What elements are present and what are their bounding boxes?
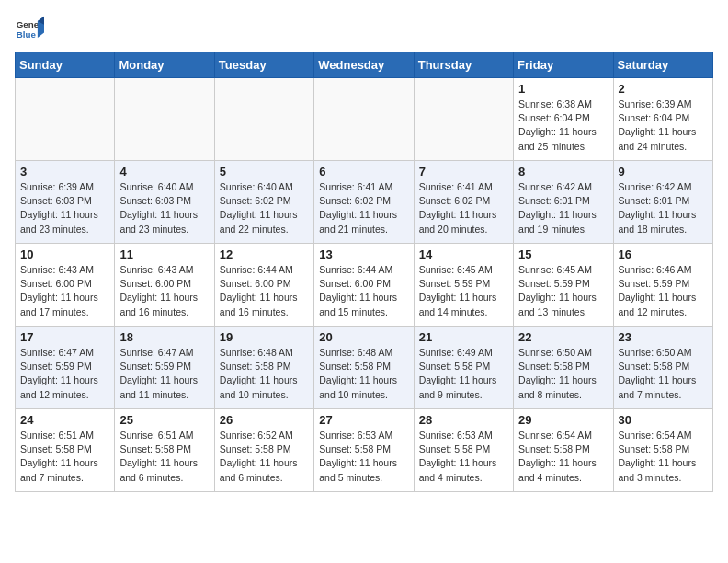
weekday-header-wednesday: Wednesday — [314, 52, 414, 78]
calendar-week-row: 17Sunrise: 6:47 AMSunset: 5:59 PMDayligh… — [16, 327, 713, 409]
calendar-cell: 19Sunrise: 6:48 AMSunset: 5:58 PMDayligh… — [214, 327, 313, 409]
calendar-cell — [414, 78, 513, 161]
day-info: Sunrise: 6:51 AMSunset: 5:58 PMDaylight:… — [20, 429, 109, 485]
calendar-cell: 15Sunrise: 6:45 AMSunset: 5:59 PMDayligh… — [514, 244, 613, 327]
day-number: 3 — [20, 165, 109, 178]
page-header: General Blue — [15, 15, 713, 44]
calendar-cell: 30Sunrise: 6:54 AMSunset: 5:58 PMDayligh… — [613, 409, 712, 492]
day-number: 15 — [518, 247, 608, 261]
day-info: Sunrise: 6:46 AMSunset: 5:59 PMDaylight:… — [619, 263, 708, 319]
day-number: 9 — [619, 165, 708, 178]
calendar-cell: 14Sunrise: 6:45 AMSunset: 5:59 PMDayligh… — [414, 244, 513, 327]
day-number: 1 — [518, 82, 608, 96]
weekday-header-tuesday: Tuesday — [214, 52, 313, 78]
day-number: 11 — [119, 247, 209, 261]
day-info: Sunrise: 6:40 AMSunset: 6:02 PMDaylight:… — [220, 180, 309, 236]
calendar-cell: 4Sunrise: 6:40 AMSunset: 6:03 PMDaylight… — [115, 161, 214, 244]
calendar-cell — [115, 78, 214, 161]
day-number: 26 — [220, 413, 309, 427]
calendar-cell: 27Sunrise: 6:53 AMSunset: 5:58 PMDayligh… — [314, 409, 414, 492]
day-info: Sunrise: 6:40 AMSunset: 6:03 PMDaylight:… — [119, 180, 209, 236]
calendar-cell: 7Sunrise: 6:41 AMSunset: 6:02 PMDaylight… — [414, 161, 513, 244]
calendar-table: SundayMondayTuesdayWednesdayThursdayFrid… — [15, 52, 713, 492]
calendar-cell — [16, 78, 115, 161]
day-number: 20 — [319, 330, 408, 344]
day-number: 23 — [619, 330, 708, 344]
calendar-cell: 17Sunrise: 6:47 AMSunset: 5:59 PMDayligh… — [16, 327, 115, 409]
day-number: 4 — [119, 165, 209, 178]
day-info: Sunrise: 6:41 AMSunset: 6:02 PMDaylight:… — [419, 180, 508, 236]
day-number: 5 — [220, 165, 309, 178]
weekday-header-saturday: Saturday — [613, 52, 712, 78]
calendar-cell: 1Sunrise: 6:38 AMSunset: 6:04 PMDaylight… — [514, 78, 613, 161]
calendar-cell: 10Sunrise: 6:43 AMSunset: 6:00 PMDayligh… — [16, 244, 115, 327]
logo-icon: General Blue — [15, 15, 44, 44]
day-number: 16 — [619, 247, 708, 261]
day-info: Sunrise: 6:49 AMSunset: 5:58 PMDaylight:… — [419, 346, 508, 402]
logo: General Blue — [15, 15, 48, 44]
calendar-cell: 2Sunrise: 6:39 AMSunset: 6:04 PMDaylight… — [613, 78, 712, 161]
day-number: 2 — [619, 82, 708, 96]
calendar-week-row: 3Sunrise: 6:39 AMSunset: 6:03 PMDaylight… — [16, 161, 713, 244]
day-number: 8 — [518, 165, 608, 178]
day-number: 18 — [119, 330, 209, 344]
day-number: 10 — [20, 247, 109, 261]
day-info: Sunrise: 6:48 AMSunset: 5:58 PMDaylight:… — [319, 346, 408, 402]
day-info: Sunrise: 6:54 AMSunset: 5:58 PMDaylight:… — [619, 429, 708, 485]
day-info: Sunrise: 6:54 AMSunset: 5:58 PMDaylight:… — [518, 429, 608, 485]
calendar-cell: 16Sunrise: 6:46 AMSunset: 5:59 PMDayligh… — [613, 244, 712, 327]
day-number: 19 — [220, 330, 309, 344]
day-number: 22 — [518, 330, 608, 344]
calendar-cell: 3Sunrise: 6:39 AMSunset: 6:03 PMDaylight… — [16, 161, 115, 244]
calendar-cell: 18Sunrise: 6:47 AMSunset: 5:59 PMDayligh… — [115, 327, 214, 409]
day-info: Sunrise: 6:38 AMSunset: 6:04 PMDaylight:… — [518, 98, 608, 154]
calendar-cell: 8Sunrise: 6:42 AMSunset: 6:01 PMDaylight… — [514, 161, 613, 244]
calendar-cell: 25Sunrise: 6:51 AMSunset: 5:58 PMDayligh… — [115, 409, 214, 492]
day-number: 27 — [319, 413, 408, 427]
calendar-cell: 11Sunrise: 6:43 AMSunset: 6:00 PMDayligh… — [115, 244, 214, 327]
day-info: Sunrise: 6:47 AMSunset: 5:59 PMDaylight:… — [20, 346, 109, 402]
calendar-cell: 12Sunrise: 6:44 AMSunset: 6:00 PMDayligh… — [214, 244, 313, 327]
day-number: 28 — [419, 413, 508, 427]
day-info: Sunrise: 6:42 AMSunset: 6:01 PMDaylight:… — [518, 180, 608, 236]
calendar-cell: 21Sunrise: 6:49 AMSunset: 5:58 PMDayligh… — [414, 327, 513, 409]
day-number: 30 — [619, 413, 708, 427]
day-info: Sunrise: 6:42 AMSunset: 6:01 PMDaylight:… — [619, 180, 708, 236]
day-info: Sunrise: 6:43 AMSunset: 6:00 PMDaylight:… — [119, 263, 209, 319]
weekday-header-friday: Friday — [514, 52, 613, 78]
day-info: Sunrise: 6:45 AMSunset: 5:59 PMDaylight:… — [419, 263, 508, 319]
calendar-week-row: 1Sunrise: 6:38 AMSunset: 6:04 PMDaylight… — [16, 78, 713, 161]
calendar-cell: 6Sunrise: 6:41 AMSunset: 6:02 PMDaylight… — [314, 161, 414, 244]
calendar-cell: 29Sunrise: 6:54 AMSunset: 5:58 PMDayligh… — [514, 409, 613, 492]
day-info: Sunrise: 6:45 AMSunset: 5:59 PMDaylight:… — [518, 263, 608, 319]
day-info: Sunrise: 6:48 AMSunset: 5:58 PMDaylight:… — [220, 346, 309, 402]
calendar-cell: 24Sunrise: 6:51 AMSunset: 5:58 PMDayligh… — [16, 409, 115, 492]
day-number: 14 — [419, 247, 508, 261]
day-number: 13 — [319, 247, 408, 261]
calendar-header-row: SundayMondayTuesdayWednesdayThursdayFrid… — [16, 52, 713, 78]
calendar-cell: 9Sunrise: 6:42 AMSunset: 6:01 PMDaylight… — [613, 161, 712, 244]
calendar-cell — [214, 78, 313, 161]
weekday-header-sunday: Sunday — [16, 52, 115, 78]
weekday-header-thursday: Thursday — [414, 52, 513, 78]
day-number: 29 — [518, 413, 608, 427]
day-info: Sunrise: 6:39 AMSunset: 6:04 PMDaylight:… — [619, 98, 708, 154]
day-info: Sunrise: 6:44 AMSunset: 6:00 PMDaylight:… — [319, 263, 408, 319]
weekday-header-monday: Monday — [115, 52, 214, 78]
day-info: Sunrise: 6:50 AMSunset: 5:58 PMDaylight:… — [619, 346, 708, 402]
day-number: 17 — [20, 330, 109, 344]
day-number: 25 — [119, 413, 209, 427]
day-info: Sunrise: 6:51 AMSunset: 5:58 PMDaylight:… — [119, 429, 209, 485]
day-info: Sunrise: 6:52 AMSunset: 5:58 PMDaylight:… — [220, 429, 309, 485]
day-info: Sunrise: 6:43 AMSunset: 6:00 PMDaylight:… — [20, 263, 109, 319]
day-info: Sunrise: 6:44 AMSunset: 6:00 PMDaylight:… — [220, 263, 309, 319]
calendar-cell: 22Sunrise: 6:50 AMSunset: 5:58 PMDayligh… — [514, 327, 613, 409]
calendar-cell: 13Sunrise: 6:44 AMSunset: 6:00 PMDayligh… — [314, 244, 414, 327]
day-number: 12 — [220, 247, 309, 261]
svg-text:Blue: Blue — [17, 29, 37, 40]
calendar-cell: 5Sunrise: 6:40 AMSunset: 6:02 PMDaylight… — [214, 161, 313, 244]
day-info: Sunrise: 6:41 AMSunset: 6:02 PMDaylight:… — [319, 180, 408, 236]
calendar-cell — [314, 78, 414, 161]
day-number: 24 — [20, 413, 109, 427]
day-info: Sunrise: 6:53 AMSunset: 5:58 PMDaylight:… — [319, 429, 408, 485]
